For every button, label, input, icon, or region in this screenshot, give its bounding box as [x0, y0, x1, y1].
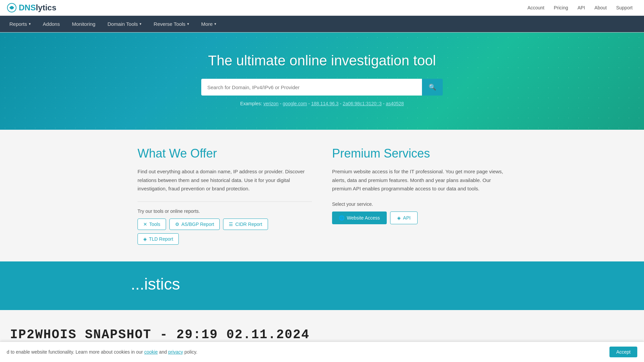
- search-bar: 🔍: [201, 79, 443, 96]
- tools-icon: ✕: [143, 222, 147, 227]
- main-navbar: Reports ▾ Addons Monitoring Domain Tools…: [0, 16, 644, 32]
- tools-button[interactable]: ✕ Tools: [138, 219, 166, 230]
- section-divider: [138, 201, 312, 202]
- nav-reports[interactable]: Reports ▾: [3, 16, 37, 32]
- support-link[interactable]: Support: [611, 3, 637, 12]
- chevron-down-icon: ▾: [140, 22, 142, 26]
- chevron-down-icon: ▾: [214, 22, 216, 26]
- chevron-down-icon: ▾: [29, 22, 31, 26]
- stats-section: ...istics: [0, 261, 644, 310]
- search-icon: 🔍: [429, 84, 436, 90]
- tld-icon: ◈: [143, 236, 147, 242]
- globe-icon: 🌐: [339, 215, 344, 221]
- asbgp-icon: ⚙: [175, 222, 179, 227]
- api-icon: ◈: [397, 215, 401, 221]
- top-navbar: DNSlytics Account Pricing API About Supp…: [0, 0, 644, 16]
- main-content: What We Offer Find out everything about …: [131, 130, 513, 261]
- example-verizon[interactable]: verizon: [263, 101, 278, 106]
- hero-section: The ultimate online investigation tool 🔍…: [0, 33, 644, 130]
- nav-addons[interactable]: Addons: [37, 16, 66, 32]
- what-we-offer-desc: Find out everything about a domain name,…: [138, 167, 312, 193]
- hero-title: The ultimate online investigation tool: [7, 53, 637, 69]
- stats-title: ...istics: [131, 275, 513, 293]
- pricing-link[interactable]: Pricing: [549, 3, 573, 12]
- premium-services-desc: Premium website access is for the IT pro…: [332, 167, 506, 193]
- account-link[interactable]: Account: [523, 3, 549, 12]
- site-logo[interactable]: DNSlytics: [7, 3, 56, 13]
- cidr-report-button[interactable]: ☰ CIDR Report: [223, 219, 268, 230]
- nav-domain-tools[interactable]: Domain Tools ▾: [101, 16, 148, 32]
- select-service-label: Select your service.: [332, 201, 506, 207]
- what-we-offer-title: What We Offer: [138, 146, 312, 161]
- search-input[interactable]: [201, 79, 422, 96]
- nav-monitoring[interactable]: Monitoring: [66, 16, 101, 32]
- tool-buttons: ✕ Tools ⚙ AS/BGP Report ☰ CIDR Report ◈ …: [138, 219, 312, 245]
- what-we-offer-section: What We Offer Find out everything about …: [138, 146, 312, 245]
- nav-more[interactable]: More ▾: [195, 16, 222, 32]
- nav-reverse-tools[interactable]: Reverse Tools ▾: [148, 16, 195, 32]
- premium-services-section: Premium Services Premium website access …: [332, 146, 506, 245]
- search-button[interactable]: 🔍: [422, 79, 443, 96]
- premium-buttons: 🌐 Website Access ◈ API: [332, 212, 506, 224]
- example-ip2[interactable]: 2a06:98c1:3120::3: [343, 101, 382, 106]
- example-as[interactable]: as40528: [386, 101, 404, 106]
- chevron-down-icon: ▾: [187, 22, 189, 26]
- example-ip1[interactable]: 188.114.96.3: [311, 101, 339, 106]
- example-google[interactable]: google.com: [283, 101, 307, 106]
- search-examples: Examples: verizon - google.com - 188.114…: [7, 101, 637, 106]
- asbgp-report-button[interactable]: ⚙ AS/BGP Report: [169, 219, 220, 230]
- cidr-icon: ☰: [229, 222, 233, 227]
- website-access-button[interactable]: 🌐 Website Access: [332, 212, 387, 224]
- api-link[interactable]: API: [573, 3, 590, 12]
- api-button[interactable]: ◈ API: [390, 212, 418, 224]
- top-nav-links: Account Pricing API About Support: [523, 3, 637, 12]
- premium-services-title: Premium Services: [332, 146, 506, 161]
- tld-report-button[interactable]: ◈ TLD Report: [138, 233, 179, 245]
- try-label: Try our tools or online reports.: [138, 208, 312, 214]
- about-link[interactable]: About: [590, 3, 611, 12]
